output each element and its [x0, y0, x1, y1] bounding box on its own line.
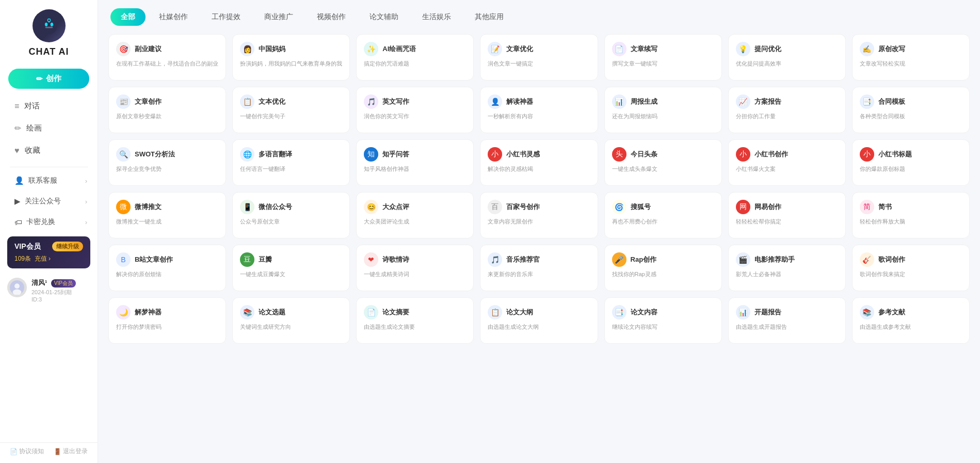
card-item[interactable]: 📋 论文大纲 由选题生成论文大纲	[480, 297, 598, 344]
card-item[interactable]: ✨ AI绘画咒语 搞定你的咒语难题	[356, 34, 474, 81]
card-item[interactable]: 小 小红书标题 你的爆款原创标题	[852, 139, 970, 186]
card-item[interactable]: 网 网易创作 轻轻松松帮你搞定	[728, 192, 846, 238]
card-item[interactable]: 🎤 Rap创作 找找你的Rap灵感	[604, 245, 722, 291]
tab-social[interactable]: 社媒创作	[149, 8, 198, 26]
redeem-code-action[interactable]: 🏷 卡密兑换 ›	[0, 212, 98, 232]
card-item[interactable]: 🎸 歌词创作 歌词创作我来搞定	[852, 245, 970, 291]
card-item[interactable]: 🌐 多语言翻译 任何语言一键翻译	[232, 139, 350, 186]
card-item[interactable]: 📱 微信公众号 公众号原创文章	[232, 192, 350, 238]
card-item[interactable]: ✍ 原创改写 文章改写轻松实现	[852, 34, 970, 81]
card-desc: 歌词创作我来搞定	[860, 270, 962, 279]
card-item[interactable]: 豆 豆瓣 一键生成豆瓣爆文	[232, 245, 350, 291]
card-header: ✨ AI绘画咒语	[364, 42, 466, 56]
card-item[interactable]: 🎵 音乐推荐官 来更新你的音乐库	[480, 245, 598, 291]
tab-business[interactable]: 商业推广	[254, 8, 303, 26]
card-icon: 📚	[860, 305, 874, 320]
logo-area: CHAT AI	[0, 0, 98, 62]
card-item[interactable]: 微 微博推文 微博推文一键生成	[108, 192, 226, 238]
card-item[interactable]: 📝 文章优化 润色文章一键搞定	[480, 34, 598, 81]
card-desc: 在现有工作基础上，寻找适合自己的副业	[116, 59, 218, 68]
card-desc: 小红书爆火文案	[736, 165, 838, 173]
card-item[interactable]: 📑 论文内容 继续论文内容续写	[604, 297, 722, 344]
card-desc: 由选题生成论文摘要	[364, 323, 466, 331]
card-header: 🌐 多语言翻译	[240, 147, 342, 162]
card-icon: 🎬	[736, 252, 750, 267]
card-header: 🎸 歌词创作	[860, 252, 962, 267]
svg-point-1	[44, 23, 47, 26]
card-desc: 找找你的Rap灵感	[612, 270, 714, 279]
card-icon: 📈	[736, 94, 750, 109]
card-item[interactable]: 简 简书 轻松创作释放大脑	[852, 192, 970, 238]
card-title: 小红书标题	[878, 150, 912, 159]
card-icon: 小	[488, 147, 502, 162]
card-item[interactable]: 📚 论文选题 关键词生成研究方向	[232, 297, 350, 344]
card-desc: 公众号原创文章	[240, 217, 342, 226]
card-item[interactable]: 🎵 英文写作 润色你的英文写作	[356, 87, 474, 133]
sidebar-item-favorites[interactable]: ♥ 收藏	[0, 139, 98, 162]
card-item[interactable]: 🌀 搜狐号 再也不用费心创作	[604, 192, 722, 238]
card-item[interactable]: 📊 开题报告 由选题生成开题报告	[728, 297, 846, 344]
card-title: AI绘画咒语	[382, 44, 416, 54]
card-item[interactable]: 💡 提问优化 优化提问提高效率	[728, 34, 846, 81]
card-item[interactable]: 头 今日头条 一键生成头条爆文	[604, 139, 722, 186]
card-item[interactable]: 知 知乎问答 知乎风格创作神器	[356, 139, 474, 186]
card-title: 文章创作	[135, 97, 162, 106]
card-item[interactable]: B B站文章创作 解决你的原创烦恼	[108, 245, 226, 291]
card-item[interactable]: 百 百家号创作 文章内容无限创作	[480, 192, 598, 238]
terms-link[interactable]: 📄 协议须知	[10, 447, 44, 456]
card-icon: 📰	[116, 94, 131, 109]
card-item[interactable]: 📄 论文摘要 由选题生成论文摘要	[356, 297, 474, 344]
card-header: ✍ 原创改写	[860, 42, 962, 56]
card-title: 文本优化	[259, 97, 285, 106]
card-item[interactable]: 📋 文本优化 一键创作完美句子	[232, 87, 350, 133]
customer-service-action[interactable]: 👤 联系客服 ›	[0, 170, 98, 191]
card-item[interactable]: 📄 文章续写 撰写文章一键续写	[604, 34, 722, 81]
card-desc: 一键生成头条爆文	[612, 165, 714, 173]
card-item[interactable]: 小 小红书灵感 解决你的灵感枯竭	[480, 139, 598, 186]
sidebar-item-dialog[interactable]: ≡ 对话	[0, 95, 98, 117]
card-icon: 🎯	[116, 42, 131, 56]
tab-all[interactable]: 全部	[110, 8, 146, 26]
card-item[interactable]: 🌙 解梦神器 打开你的梦境密码	[108, 297, 226, 344]
svg-point-2	[50, 23, 53, 26]
card-icon: 小	[736, 147, 750, 162]
card-header: 📄 论文摘要	[364, 305, 466, 320]
card-header: 📝 文章优化	[488, 42, 590, 56]
card-item[interactable]: 🔍 SWOT分析法 探寻企业竞争优势	[108, 139, 226, 186]
sidebar-item-drawing[interactable]: ✏ 绘画	[0, 117, 98, 139]
card-item[interactable]: 😊 大众点评 大众美团评论生成	[356, 192, 474, 238]
card-item[interactable]: 📊 周报生成 还在为周报烦恼吗	[604, 87, 722, 133]
card-item[interactable]: 📰 文章创作 原创文章秒变爆款	[108, 87, 226, 133]
tab-work[interactable]: 工作提效	[201, 8, 251, 26]
card-item[interactable]: 小 小红书创作 小红书爆火文案	[728, 139, 846, 186]
card-header: ❤ 诗歌情诗	[364, 252, 466, 267]
create-button[interactable]: ✏ 创作	[8, 69, 89, 89]
card-item[interactable]: 👩 中国妈妈 扮演妈妈，用我妈的口气来教育单身的我	[232, 34, 350, 81]
card-item[interactable]: 📑 合同模板 各种类型合同模板	[852, 87, 970, 133]
card-title: 小红书灵感	[506, 150, 540, 159]
card-item[interactable]: ❤ 诗歌情诗 一键生成精美诗词	[356, 245, 474, 291]
sidebar: CHAT AI ✏ 创作 ≡ 对话 ✏ 绘画 ♥ 收藏 👤 联系客服 › ▶ 关…	[0, 0, 98, 463]
card-icon: 💡	[736, 42, 750, 56]
follow-wechat-action[interactable]: ▶ 关注公众号 ›	[0, 191, 98, 212]
create-icon: ✏	[36, 74, 43, 84]
tab-other[interactable]: 其他应用	[464, 8, 514, 26]
chevron-icon: ›	[85, 177, 87, 185]
card-title: 百家号创作	[506, 202, 540, 212]
tab-life[interactable]: 生活娱乐	[412, 8, 461, 26]
card-desc: 微博推文一键生成	[116, 217, 218, 226]
card-item[interactable]: 🎯 副业建议 在现有工作基础上，寻找适合自己的副业	[108, 34, 226, 81]
tab-video[interactable]: 视频创作	[307, 8, 356, 26]
card-item[interactable]: 🎬 电影推荐助手 影荒人士必备神器	[728, 245, 846, 291]
card-title: 微信公众号	[259, 202, 292, 212]
card-desc: 扮演妈妈，用我妈的口气来教育单身的我	[240, 59, 342, 68]
card-desc: 轻松创作释放大脑	[860, 217, 962, 226]
card-title: 原创改写	[878, 44, 905, 54]
logout-link[interactable]: 🚪 退出登录	[54, 447, 88, 456]
tab-paper[interactable]: 论文辅助	[359, 8, 409, 26]
card-item[interactable]: 👤 解读神器 一秒解析所有内容	[480, 87, 598, 133]
card-item[interactable]: 📚 参考文献 由选题生成参考文献	[852, 297, 970, 344]
card-item[interactable]: 📈 方案报告 分担你的工作量	[728, 87, 846, 133]
card-title: 音乐推荐官	[506, 255, 540, 264]
card-grid: 🎯 副业建议 在现有工作基础上，寻找适合自己的副业 👩 中国妈妈 扮演妈妈，用我…	[108, 34, 970, 344]
